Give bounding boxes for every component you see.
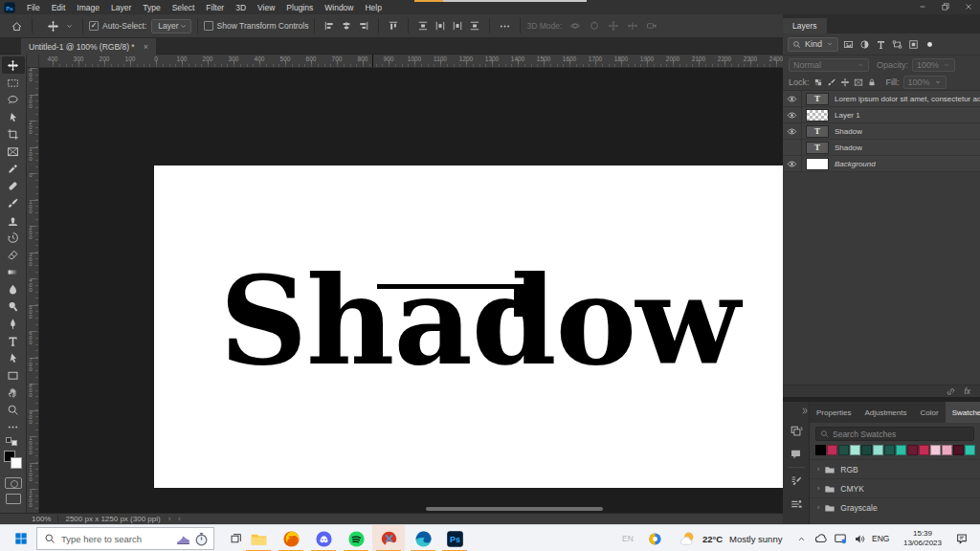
taskbar-app-file-explorer[interactable] <box>242 525 275 551</box>
swatch-chip[interactable] <box>953 445 964 455</box>
swatch-chip[interactable] <box>850 445 860 455</box>
blend-mode-dropdown[interactable]: Normal <box>789 58 869 72</box>
taskbar-app-firefox[interactable] <box>275 525 307 551</box>
taskbar-app-discord[interactable] <box>307 525 340 551</box>
tab-properties[interactable]: Properties <box>810 402 858 423</box>
horizontal-ruler[interactable]: 4003002001000100200300400500600700800900… <box>39 55 783 68</box>
swap-colors-icon[interactable] <box>3 437 24 446</box>
weather-temperature[interactable]: 22°C <box>702 525 723 551</box>
restore-button[interactable] <box>934 0 957 13</box>
swatches-search-input[interactable] <box>833 430 969 439</box>
swatches-search-box[interactable] <box>815 427 974 441</box>
hand-tool[interactable] <box>2 384 25 401</box>
taskbar-app-photoshop[interactable]: Ps <box>438 525 471 551</box>
brush-settings-panel-icon[interactable] <box>790 474 803 488</box>
chevron-down-icon[interactable] <box>62 22 77 31</box>
auto-select-checkbox[interactable]: ✓ <box>89 21 99 31</box>
home-icon[interactable] <box>8 20 26 33</box>
fx-icon[interactable]: fx <box>964 386 970 396</box>
swatch-chip[interactable] <box>896 445 906 455</box>
swatch-chip[interactable] <box>861 445 872 455</box>
rectangle-tool[interactable] <box>2 366 25 384</box>
smart-object-filter-icon[interactable] <box>908 39 919 50</box>
rectangular-marquee-tool[interactable] <box>2 74 25 91</box>
layer-row-shadow[interactable]: TShadow <box>783 140 980 156</box>
wireless-display-button[interactable] <box>831 525 850 551</box>
dodge-tool[interactable] <box>2 298 25 315</box>
menu-select[interactable]: Select <box>167 3 201 12</box>
language-indicator[interactable]: ENG <box>872 525 889 551</box>
object-selection-tool[interactable] <box>2 108 25 125</box>
taskbar-app-spotify[interactable] <box>340 525 372 551</box>
swatch-group-cmyk[interactable]: ›CMYK <box>810 478 980 497</box>
history-brush-tool[interactable] <box>2 229 25 246</box>
expand-triangle-icon[interactable]: › <box>817 504 819 511</box>
canvas[interactable]: Shadow <box>154 165 783 488</box>
double-chevron-icon[interactable] <box>800 407 809 415</box>
lock-all-icon[interactable] <box>867 77 877 87</box>
eraser-tool[interactable] <box>2 246 25 263</box>
document-tab[interactable]: Untitled-1 @ 100% (RGB/8) * × <box>21 38 156 55</box>
spot-healing-brush-tool[interactable] <box>2 177 25 194</box>
clock[interactable]: 15:39 13/06/2023 <box>898 525 947 551</box>
layer-row-shadow[interactable]: TShadow <box>783 123 980 140</box>
swatch-chip[interactable] <box>942 445 952 455</box>
link-layers-icon[interactable] <box>946 386 956 397</box>
menu-type[interactable]: Type <box>137 3 166 12</box>
auto-select-dropdown[interactable]: Layer <box>151 19 190 33</box>
eyedropper-tool[interactable] <box>2 160 25 177</box>
swatch-chip[interactable] <box>884 445 895 455</box>
pen-tool[interactable] <box>2 315 25 332</box>
menu-filter[interactable]: Filter <box>200 3 230 12</box>
zoom-level[interactable]: 100% <box>32 515 51 523</box>
shape-filter-icon[interactable] <box>892 39 902 50</box>
distribute-vertical-icon[interactable] <box>417 20 429 32</box>
expand-triangle-icon[interactable]: › <box>817 485 819 492</box>
quick-mask-icon[interactable] <box>5 477 22 489</box>
history-panel-icon[interactable] <box>790 425 803 438</box>
gradient-tool[interactable] <box>2 263 25 280</box>
expand-triangle-icon[interactable]: › <box>817 466 819 473</box>
menu-file[interactable]: File <box>21 3 46 12</box>
status-collapse-icon[interactable]: ‹ <box>178 515 181 523</box>
show-transform-checkbox[interactable] <box>204 21 213 31</box>
layer-visibility-toggle[interactable] <box>783 140 802 155</box>
type-filter-icon[interactable] <box>876 39 886 50</box>
status-expand-icon[interactable]: › <box>168 515 171 523</box>
clone-source-panel-icon[interactable] <box>790 497 803 511</box>
lock-position-icon[interactable] <box>840 77 850 87</box>
align-left-icon[interactable] <box>323 20 335 32</box>
distribute-left-icon[interactable] <box>452 20 463 32</box>
swatch-chip[interactable] <box>930 445 941 455</box>
menu-window[interactable]: Window <box>319 3 359 12</box>
pasteboard[interactable]: Shadow <box>39 68 783 513</box>
close-tab-icon[interactable]: × <box>144 42 148 52</box>
swatch-group-rgb[interactable]: ›RGB <box>810 459 980 478</box>
swatch-chip[interactable] <box>838 445 849 455</box>
menu-plugins[interactable]: Plugins <box>280 3 319 12</box>
weather-button[interactable] <box>676 525 699 551</box>
layer-visibility-toggle[interactable] <box>783 107 802 122</box>
tab-color[interactable]: Color <box>914 402 946 423</box>
layer-row-layer[interactable]: Layer 1 <box>783 107 980 123</box>
layer-row-lorem[interactable]: TLorem ipsum dolor sit amet, consectetur… <box>783 91 980 107</box>
move-tool[interactable] <box>2 56 25 74</box>
opacity-dropdown[interactable]: 100% <box>912 58 955 72</box>
menu-3d[interactable]: 3D <box>230 3 252 12</box>
tray-expand-button[interactable] <box>792 525 810 551</box>
swatch-chip[interactable] <box>965 445 975 455</box>
tab-layers[interactable]: Layers <box>783 18 827 33</box>
path-selection-tool[interactable] <box>2 349 25 366</box>
background-color-swatch[interactable] <box>11 457 22 469</box>
clone-stamp-tool[interactable] <box>2 211 25 229</box>
taskbar-app-edge[interactable] <box>407 525 439 551</box>
align-center-horizontal-icon[interactable] <box>341 20 352 32</box>
swatch-chip[interactable] <box>827 445 837 455</box>
taskbar-search[interactable] <box>36 527 214 550</box>
filter-toggle-icon[interactable] <box>924 39 935 50</box>
ellipsis-icon[interactable] <box>496 20 514 33</box>
action-center-button[interactable] <box>949 525 974 551</box>
align-top-icon[interactable] <box>388 20 399 32</box>
volume-button[interactable] <box>850 525 869 551</box>
layer-visibility-toggle[interactable] <box>783 156 802 171</box>
